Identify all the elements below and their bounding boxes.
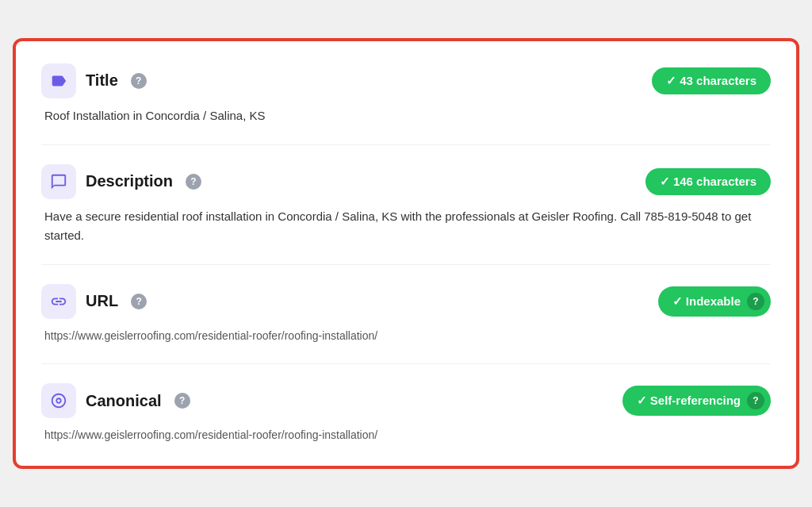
canonical-help-icon[interactable]: ? [174,393,190,409]
title-header: Title ? ✓ 43 characters [41,63,771,98]
canonical-badge: ✓ Self-referencing ? [622,386,771,416]
url-badge: ✓ Indexable ? [658,286,771,317]
canonical-badge-text: ✓ Self-referencing [637,394,741,408]
title-label: Title [86,71,118,90]
description-badge: ✓ 146 characters [645,168,771,195]
description-label: Description [86,172,173,190]
description-icon-box [41,164,76,199]
url-title-group: URL ? [41,284,147,319]
canonical-title-group: Canonical ? [41,383,190,418]
link-icon [50,293,67,310]
url-badge-help[interactable]: ? [747,293,764,310]
url-header: URL ? ✓ Indexable ? [41,284,771,319]
title-title-group: Title ? [41,63,147,98]
description-header: Description ? ✓ 146 characters [41,164,771,199]
description-section: Description ? ✓ 146 characters Have a se… [41,164,771,265]
chat-icon [50,173,67,190]
url-section: URL ? ✓ Indexable ? https://www.geislerr… [41,284,771,364]
url-icon-box [41,284,76,319]
main-card: Title ? ✓ 43 characters Roof Installatio… [13,38,799,470]
title-section: Title ? ✓ 43 characters Roof Installatio… [41,63,771,145]
url-label: URL [86,292,118,310]
target-icon [50,392,67,409]
description-help-icon[interactable]: ? [186,174,201,190]
canonical-section: Canonical ? ✓ Self-referencing ? https:/… [41,383,771,444]
tag-icon [50,72,67,90]
description-title-group: Description ? [41,164,201,199]
canonical-content: https://www.geislerroofing.com/residenti… [41,426,771,444]
url-content: https://www.geislerroofing.com/residenti… [41,327,771,344]
title-content: Roof Installation in Concordia / Salina,… [41,106,771,125]
canonical-header: Canonical ? ✓ Self-referencing ? [41,383,771,418]
url-help-icon[interactable]: ? [131,294,147,309]
title-icon-box [41,63,76,98]
description-content: Have a secure residential roof installat… [41,207,771,245]
canonical-icon-box [41,383,76,418]
canonical-badge-help[interactable]: ? [747,392,764,409]
title-badge: ✓ 43 characters [652,67,771,94]
canonical-label: Canonical [86,392,162,410]
title-help-icon[interactable]: ? [131,73,147,89]
url-badge-text: ✓ Indexable [672,294,741,309]
